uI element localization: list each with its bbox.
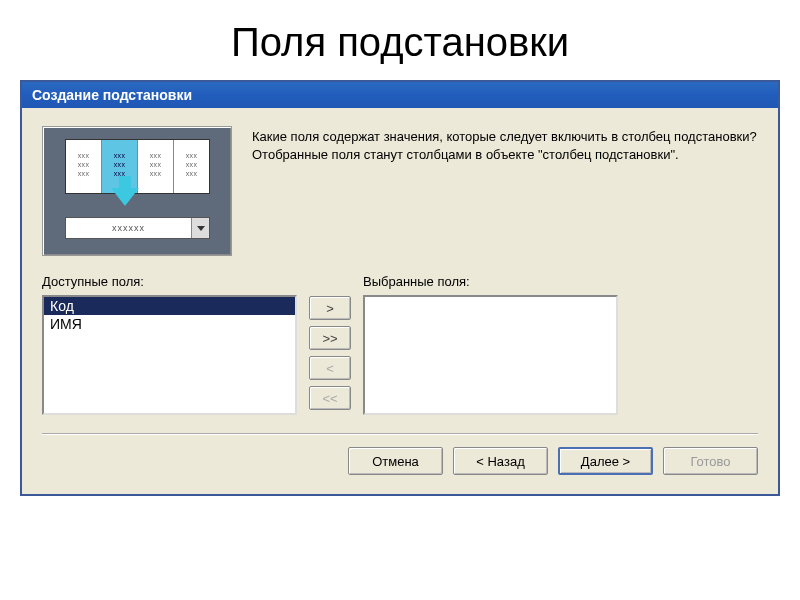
wizard-dialog: Создание подстановки xxxxxxxxx xxxxxxxxx…	[20, 80, 780, 496]
preview-illustration: xxxxxxxxx xxxxxxxxx xxxxxxxxx xxxxxxxxx …	[42, 126, 232, 256]
back-button[interactable]: < Назад	[453, 447, 548, 475]
chevron-down-icon	[191, 218, 209, 238]
finish-button-label: Готово	[690, 454, 730, 469]
next-button[interactable]: Далее >	[558, 447, 653, 475]
back-button-label: < Назад	[476, 454, 524, 469]
dialog-titlebar: Создание подстановки	[22, 82, 778, 108]
page-title: Поля подстановки	[0, 0, 800, 80]
move-all-button[interactable]: >>	[309, 326, 351, 350]
divider	[42, 433, 758, 435]
preview-dropdown: xxxxxx	[65, 217, 210, 239]
next-button-label: Далее >	[581, 454, 630, 469]
list-item[interactable]: ИМЯ	[44, 315, 295, 333]
preview-dropdown-text: xxxxxx	[66, 223, 191, 233]
selected-fields-listbox[interactable]	[363, 295, 618, 415]
available-fields-listbox[interactable]: КодИМЯ	[42, 295, 297, 415]
cancel-button[interactable]: Отмена	[348, 447, 443, 475]
instruction-text: Какие поля содержат значения, которые сл…	[252, 126, 758, 256]
dialog-body: xxxxxxxxx xxxxxxxxx xxxxxxxxx xxxxxxxxx …	[22, 108, 778, 494]
list-item[interactable]: Код	[44, 297, 295, 315]
finish-button: Готово	[663, 447, 758, 475]
remove-all-button[interactable]: <<	[309, 386, 351, 410]
remove-one-button[interactable]: <	[309, 356, 351, 380]
available-fields-label: Доступные поля:	[42, 274, 297, 289]
arrow-down-icon	[111, 188, 139, 206]
selected-fields-label: Выбранные поля:	[363, 274, 618, 289]
move-one-button[interactable]: >	[309, 296, 351, 320]
